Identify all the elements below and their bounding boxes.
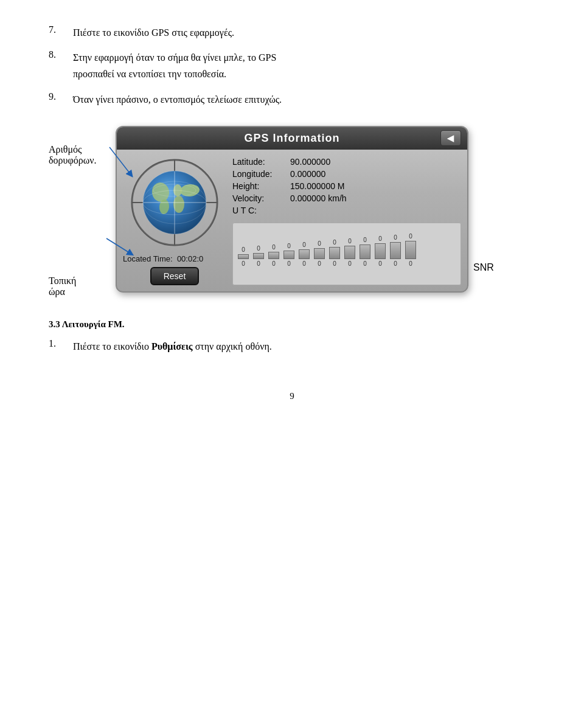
section-step-1: 1. Πιέστε το εικονίδιο Ρυθμίσεις στην αρ… (49, 338, 535, 355)
located-time-label: Located Time: (123, 254, 173, 263)
snr-bar-col: 0 (297, 241, 311, 259)
snr-top-label: 0 (318, 240, 321, 247)
step-8-num: 8. (49, 49, 73, 82)
section-step-1-text: Πιέστε το εικονίδιο Ρυθμίσεις στην αρχικ… (73, 338, 272, 355)
step-8-text: Στην εφαρμογή όταν το σήμα θα γίνει μπλε… (73, 49, 276, 82)
snr-area: 000000000000 000000000000 (232, 223, 461, 285)
snr-bot-label: 0 (389, 260, 402, 267)
snr-top-label: 0 (409, 233, 412, 240)
step-text-bold: Ρυθμίσεις (151, 341, 193, 352)
snr-top-label: 0 (302, 241, 306, 248)
snr-bar (268, 252, 279, 259)
snr-bar-col: 0 (343, 238, 356, 259)
snr-bot-label: 0 (328, 260, 341, 267)
step-9-text: Όταν γίνει πράσινο, ο εντοπισμός τελείωσ… (73, 91, 282, 108)
snr-bar (253, 253, 264, 259)
step-7: 7. Πιέστε το εικονίδιο GPS στις εφαρμογέ… (49, 24, 535, 41)
snr-bar-col: 0 (358, 237, 372, 259)
snr-bar (329, 247, 340, 259)
back-arrow-icon: ◀ (447, 133, 454, 143)
section-heading: 3.3 Λειτουργία FM. (49, 319, 535, 330)
latitude-value: 90.000000 (290, 157, 330, 167)
latitude-label: Latitude: (232, 157, 290, 167)
section-step-1-num: 1. (49, 338, 73, 355)
globe-container (129, 157, 220, 248)
snr-top-label: 0 (333, 239, 336, 246)
snr-bar-col: 0 (389, 234, 402, 259)
snr-bot-label: 0 (404, 260, 417, 267)
annotation-label-line2: δορυφόρων. (49, 155, 116, 166)
page: 7. Πιέστε το εικονίδιο GPS στις εφαρμογέ… (0, 0, 584, 728)
snr-bar-col: 0 (282, 243, 296, 259)
step-text-after: στην αρχική οθόνη. (193, 341, 272, 352)
snr-top-label: 0 (348, 238, 352, 244)
snr-bar (375, 243, 386, 259)
snr-bar (344, 246, 355, 259)
snr-bot-label: 0 (237, 260, 250, 267)
step-9-num: 9. (49, 91, 73, 108)
snr-bot-label: 0 (297, 260, 311, 267)
annotation-label-line3: Τοπική (49, 276, 116, 286)
snr-outside-label: SNR (473, 262, 494, 273)
snr-top-label: 0 (363, 237, 367, 243)
gps-title: GPS Information (244, 132, 339, 144)
step-7-text: Πιέστε το εικονίδιο GPS στις εφαρμογές. (73, 24, 234, 41)
left-annotations: Αριθμός δορυφόρων. Τοπική ώρα (49, 126, 116, 297)
gps-globe-area: Located Time: 00:02:0 Reset (123, 157, 226, 285)
snr-bar-col: 0 (374, 235, 387, 259)
longitude-label: Longitude: (232, 169, 290, 179)
snr-top-label: 0 (287, 243, 291, 249)
snr-bar (390, 242, 401, 259)
snr-bar (405, 241, 416, 259)
step-7-num: 7. (49, 24, 73, 41)
snr-bar-col: 0 (313, 240, 326, 259)
velocity-label: Velocity: (232, 193, 290, 203)
step-9: 9. Όταν γίνει πράσινο, ο εντοπισμός τελε… (49, 91, 535, 108)
longitude-row: Longitude: 0.000000 (232, 169, 461, 179)
snr-bar-col: 0 (404, 233, 417, 259)
globe-svg (129, 157, 220, 248)
back-button[interactable]: ◀ (440, 130, 461, 146)
annotation-satellite-count: Αριθμός δορυφόρων. (49, 144, 116, 166)
height-row: Height: 150.000000 M (232, 181, 461, 191)
reset-button[interactable]: Reset (150, 267, 200, 285)
snr-bottom-labels: 000000000000 (237, 260, 457, 267)
latitude-row: Latitude: 90.000000 (232, 157, 461, 167)
gps-info-area: Latitude: 90.000000 Longitude: 0.000000 … (232, 157, 461, 285)
gps-section: Αριθμός δορυφόρων. Τοπική ώρα GPS Inform… (49, 126, 535, 297)
svg-point-8 (173, 196, 184, 213)
longitude-value: 0.000000 (290, 169, 325, 179)
snr-bar-col: 0 (237, 246, 250, 259)
page-number: 9 (49, 391, 535, 401)
snr-bar (360, 244, 370, 259)
snr-bot-label: 0 (252, 260, 265, 267)
step-8: 8. Στην εφαρμογή όταν το σήμα θα γίνει μ… (49, 49, 535, 82)
snr-top-label: 0 (257, 245, 260, 252)
step-text-normal: Πιέστε το εικονίδιο (73, 341, 151, 352)
height-value: 150.000000 M (290, 181, 345, 191)
snr-bar-col: 0 (267, 244, 280, 259)
located-time: Located Time: 00:02:0 (123, 254, 226, 263)
snr-bot-label: 0 (343, 260, 356, 267)
snr-bar-col: 0 (252, 245, 265, 259)
snr-bot-label: 0 (358, 260, 372, 267)
velocity-row: Velocity: 0.000000 km/h (232, 193, 461, 203)
annotation-label-line1: Αριθμός (49, 144, 116, 155)
snr-top-label: 0 (378, 235, 382, 242)
snr-top-label: 0 (242, 246, 245, 253)
annotation-label-line4: ώρα (49, 286, 116, 297)
snr-bars-top: 000000000000 (237, 226, 457, 259)
height-label: Height: (232, 181, 290, 191)
gps-fields: Latitude: 90.000000 Longitude: 0.000000 … (232, 157, 461, 219)
snr-bot-label: 0 (282, 260, 296, 267)
snr-bot-label: 0 (374, 260, 387, 267)
utc-row: U T C: (232, 206, 461, 215)
snr-bar (283, 251, 294, 259)
annotation-local-time: Τοπική ώρα (49, 276, 116, 297)
snr-bot-label: 0 (267, 260, 280, 267)
snr-bar (238, 254, 249, 259)
snr-bot-label: 0 (313, 260, 326, 267)
snr-top-label: 0 (272, 244, 276, 251)
gps-header: GPS Information ◀ (117, 127, 467, 150)
snr-bar (314, 248, 325, 259)
